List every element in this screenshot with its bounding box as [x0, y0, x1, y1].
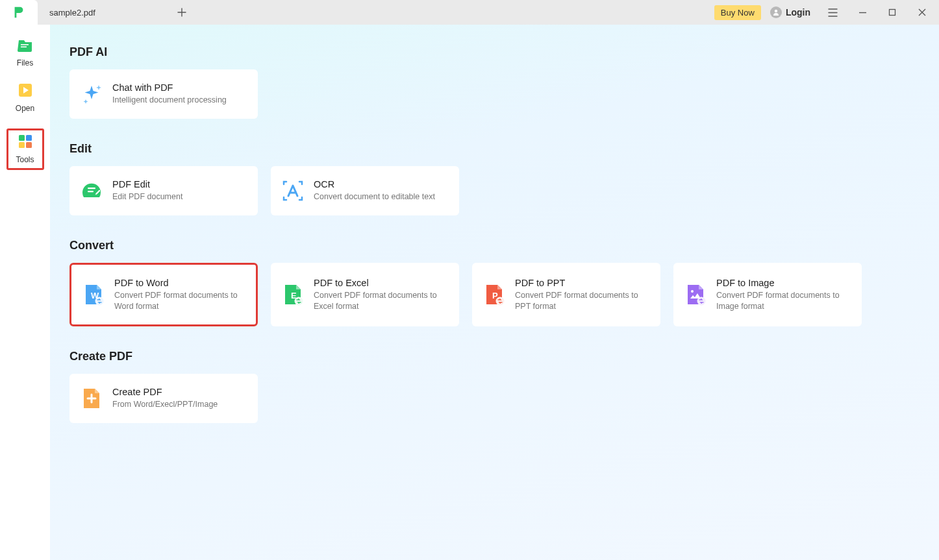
- card-pdf-edit[interactable]: PDF Edit Edit PDF document: [69, 166, 258, 215]
- svg-rect-6: [26, 135, 32, 141]
- svg-point-0: [775, 10, 777, 12]
- svg-rect-3: [21, 47, 27, 48]
- card-title: PDF to Word: [114, 278, 245, 288]
- card-desc: Convert document to editable text: [314, 191, 435, 202]
- card-text: Chat with PDF Intelligent document proce…: [112, 82, 227, 106]
- svg-point-12: [95, 297, 104, 306]
- titlebar-right: Buy Now Login: [714, 3, 939, 22]
- image-icon: [684, 283, 707, 306]
- card-title: PDF to Excel: [314, 278, 449, 288]
- tab-label: sample2.pdf: [49, 8, 95, 18]
- avatar-icon: [770, 6, 782, 18]
- section-heading-convert: Convert: [69, 239, 920, 252]
- new-tab-button[interactable]: [172, 3, 192, 22]
- card-title: PDF to PPT: [515, 278, 650, 288]
- svg-point-17: [691, 290, 694, 293]
- files-icon: [18, 38, 33, 55]
- hamburger-icon: [828, 8, 838, 17]
- card-text: PDF to Image Convert PDF format document…: [716, 278, 851, 312]
- section-heading-edit: Edit: [69, 142, 920, 156]
- sparkle-icon: [80, 82, 103, 106]
- card-text: Create PDF From Word/Execl/PPT/Image: [112, 387, 218, 410]
- svg-rect-7: [19, 142, 25, 148]
- card-desc: From Word/Execl/PPT/Image: [112, 399, 218, 410]
- cards-row-convert: W PDF to Word Convert PDF format documen…: [69, 263, 920, 326]
- card-text: PDF to PPT Convert PDF format documents …: [515, 278, 650, 312]
- ppt-icon: P: [482, 283, 506, 306]
- buy-now-label: Buy Now: [721, 8, 755, 18]
- tab-sample2[interactable]: sample2.pdf: [38, 0, 107, 25]
- card-text: PDF to Excel Convert PDF format document…: [314, 278, 449, 312]
- card-pdf-to-word[interactable]: W PDF to Word Convert PDF format documen…: [69, 263, 258, 326]
- card-ocr[interactable]: OCR Convert document to editable text: [271, 166, 459, 215]
- pdf-edit-icon: [80, 179, 103, 202]
- buy-now-button[interactable]: Buy Now: [714, 5, 761, 20]
- minimize-icon: [858, 8, 867, 17]
- word-icon: W: [82, 283, 105, 306]
- svg-point-18: [697, 297, 706, 306]
- sidebar-item-open[interactable]: Open: [6, 83, 44, 113]
- plus-icon: [177, 8, 186, 17]
- content: PDF AI Chat with PDF Intelligent documen…: [50, 25, 939, 560]
- card-create-pdf[interactable]: Create PDF From Word/Execl/PPT/Image: [69, 374, 258, 423]
- svg-rect-1: [890, 10, 895, 16]
- ocr-icon: [281, 179, 305, 202]
- svg-rect-8: [26, 142, 32, 148]
- card-pdf-to-ppt[interactable]: P PDF to PPT Convert PDF format document…: [472, 263, 660, 326]
- tools-icon: [18, 134, 32, 151]
- sidebar-item-files[interactable]: Files: [6, 38, 44, 67]
- open-icon: [18, 83, 32, 100]
- minimize-button[interactable]: [849, 3, 875, 22]
- app-logo: [0, 0, 38, 25]
- card-title: PDF to Image: [716, 278, 851, 288]
- cards-row-create: Create PDF From Word/Execl/PPT/Image: [69, 374, 920, 423]
- card-desc: Intelligent document processing: [112, 95, 227, 106]
- svg-rect-10: [88, 191, 94, 192]
- maximize-icon: [888, 8, 896, 16]
- body: Files Open Tools PDF AI: [0, 25, 939, 560]
- hamburger-menu-button[interactable]: [820, 3, 845, 22]
- card-text: OCR Convert document to editable text: [314, 179, 435, 202]
- card-desc: Edit PDF document: [112, 191, 182, 202]
- tab-area: sample2.pdf: [38, 0, 192, 25]
- section-heading-create: Create PDF: [69, 350, 920, 363]
- section-heading-pdf-ai: PDF AI: [69, 45, 920, 59]
- cards-row-edit: PDF Edit Edit PDF document OCR Convert d…: [69, 166, 920, 215]
- login-label: Login: [786, 7, 810, 18]
- svg-rect-2: [21, 44, 29, 45]
- sidebar-item-tools[interactable]: Tools: [6, 128, 44, 170]
- card-pdf-to-excel[interactable]: E PDF to Excel Convert PDF format docume…: [271, 263, 459, 326]
- close-button[interactable]: [909, 3, 935, 22]
- svg-point-14: [295, 297, 303, 306]
- card-chat-with-pdf[interactable]: Chat with PDF Intelligent document proce…: [69, 69, 258, 119]
- sidebar-item-label: Files: [17, 58, 33, 67]
- card-title: PDF Edit: [112, 179, 182, 189]
- sidebar: Files Open Tools: [0, 25, 50, 560]
- card-desc: Convert PDF format documents to Image fo…: [716, 290, 851, 312]
- card-title: OCR: [314, 179, 435, 189]
- card-pdf-to-image[interactable]: PDF to Image Convert PDF format document…: [673, 263, 862, 326]
- card-text: PDF Edit Edit PDF document: [112, 179, 182, 202]
- titlebar: sample2.pdf Buy Now Login: [0, 0, 939, 25]
- create-pdf-icon: [80, 387, 103, 410]
- card-title: Chat with PDF: [112, 82, 227, 93]
- card-title: Create PDF: [112, 387, 218, 397]
- sidebar-item-label: Open: [16, 104, 34, 113]
- maximize-button[interactable]: [879, 3, 905, 22]
- cards-row-pdf-ai: Chat with PDF Intelligent document proce…: [69, 69, 920, 119]
- close-icon: [918, 8, 926, 16]
- svg-rect-9: [88, 188, 95, 189]
- login-button[interactable]: Login: [765, 5, 816, 20]
- svg-rect-5: [19, 135, 25, 141]
- card-desc: Convert PDF format documents to Excel fo…: [314, 290, 449, 312]
- sidebar-item-label: Tools: [16, 155, 34, 164]
- card-desc: Convert PDF format documents to PPT form…: [515, 290, 650, 312]
- card-desc: Convert PDF format documents to Word for…: [114, 290, 245, 312]
- svg-point-16: [496, 297, 505, 306]
- excel-icon: E: [281, 283, 305, 306]
- app-logo-icon: [12, 5, 26, 19]
- card-text: PDF to Word Convert PDF format documents…: [114, 278, 245, 312]
